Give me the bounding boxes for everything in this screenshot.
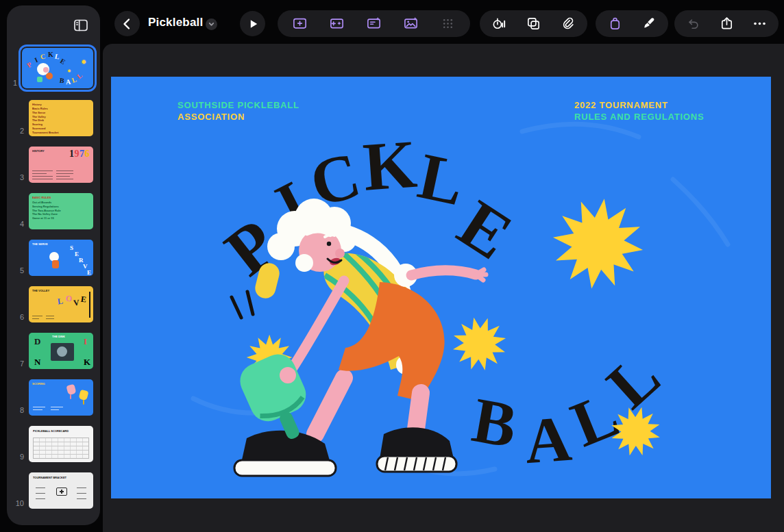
style-toolbar-group: [596, 10, 668, 37]
timer-chart-icon: [491, 16, 507, 31]
placeholder-text-bars: [32, 170, 76, 180]
slide-number: 1: [7, 79, 17, 87]
paperclip-icon: [560, 16, 576, 31]
sidebar-panel-icon: [73, 17, 89, 34]
slide-number: 8: [14, 406, 24, 414]
play-icon: [245, 16, 261, 32]
thumb-photo: [51, 343, 74, 361]
sidebar-toggle-button[interactable]: [70, 16, 92, 35]
shapes-button[interactable]: [519, 11, 548, 36]
slide-thumbnail-row-7: 7 THE DINK D I N K: [7, 333, 100, 369]
chevron-left-icon: [119, 16, 136, 32]
placeholder-text-bars: [32, 316, 56, 320]
add-scene-icon: [329, 16, 345, 31]
slide-thumbnail-3[interactable]: HISTORY 1976: [29, 147, 93, 183]
undo-icon: [685, 16, 701, 31]
rehearse-button[interactable]: [485, 11, 514, 36]
add-slide-icon: [292, 16, 308, 31]
bracket-center-box: [56, 487, 67, 496]
slide-thumbnail-9[interactable]: PICKLEBALL SCORECARD: [29, 426, 93, 462]
keynote-app: Pickleball: [0, 0, 784, 532]
add-scene-button[interactable]: [323, 11, 352, 36]
slide-editor[interactable]: SOUTHSIDE PICKLEBALL ASSOCIATION 2022 TO…: [111, 77, 771, 498]
mini-star: ✹: [81, 59, 86, 66]
grid-button[interactable]: [433, 11, 462, 36]
add-text-icon: [366, 16, 382, 31]
slide-number: 6: [14, 313, 24, 321]
back-button[interactable]: [114, 11, 140, 36]
slide-thumbnail-4[interactable]: BASIC RULES Out-of-Bounds Serving Regula…: [29, 193, 93, 229]
slide-thumbnail-row-10: 10 TOURNAMENT BRACKET: [7, 472, 100, 509]
slide-navigator: 1 P I C K L E B A L L ✹ ✹: [7, 5, 100, 525]
org-text-box[interactable]: SOUTHSIDE PICKLEBALL ASSOCIATION: [177, 99, 299, 123]
slide-number: 3: [14, 173, 24, 181]
starburst-paddle[interactable]: ✹: [244, 329, 295, 389]
slide-thumbnail-1[interactable]: P I C K L E B A L L ✹ ✹: [22, 48, 93, 88]
slide-thumbnail-list: 1 P I C K L E B A L L ✹ ✹: [7, 44, 100, 519]
slide-thumbnail-row-3: 3 HISTORY 1976: [7, 147, 100, 183]
paintbrush-icon: [641, 16, 657, 31]
slide-number: 9: [14, 453, 24, 461]
slide-thumbnail-row-4: 4 BASIC RULES Out-of-Bounds Serving Regu…: [7, 193, 100, 229]
more-button[interactable]: [746, 11, 774, 36]
slide-thumbnail-row-1: 1 P I C K L E B A L L ✹ ✹: [7, 48, 100, 88]
slide-thumbnail-6[interactable]: THE VOLLEY L O V E: [29, 286, 93, 322]
dot-grid-icon: [440, 16, 456, 31]
add-media-icon: [403, 16, 419, 31]
placeholder-text-bars: [33, 407, 45, 408]
format-button[interactable]: [635, 11, 663, 36]
tools-toolbar-group: [480, 10, 587, 37]
document-title: Pickleball: [148, 16, 203, 29]
thumb-year: 1976: [69, 149, 90, 160]
undo-button[interactable]: [679, 11, 708, 36]
org-line-1: SOUTHSIDE PICKLEBALL: [177, 99, 299, 111]
slide-number: 10: [14, 499, 24, 507]
document-title-menu-button[interactable]: [206, 18, 217, 30]
paddle-art: [66, 384, 76, 396]
bracket-lines: [36, 487, 45, 488]
add-text-button[interactable]: [359, 11, 388, 36]
scorecard-grid: [33, 438, 89, 459]
attachment-button[interactable]: [553, 11, 582, 36]
share-button[interactable]: [712, 11, 741, 36]
actions-toolbar-group: [674, 10, 779, 37]
tournament-text-box[interactable]: 2022 TOURNAMENT RULES AND REGULATIONS: [574, 99, 704, 123]
slide-thumbnail-row-6: 6 THE VOLLEY L O V E: [7, 286, 100, 322]
ellipsis-icon: [752, 16, 768, 31]
slide-thumbnail-5[interactable]: THE SERVE S E R V E: [29, 240, 93, 276]
slide-number: 7: [14, 359, 24, 368]
meta-line-1: 2022 TOURNAMENT: [574, 99, 704, 111]
style-jar-button[interactable]: [600, 11, 629, 36]
slide-thumbnail-10[interactable]: TOURNAMENT BRACKET: [29, 472, 93, 509]
add-slide-button[interactable]: [286, 11, 315, 36]
slide-thumbnail-row-2: 2 History Basic Rules The Serve The Voll…: [7, 100, 100, 136]
slide-number: 4: [14, 220, 24, 228]
slide-thumbnail-8[interactable]: SCORING: [29, 379, 93, 416]
slide-thumbnail-2[interactable]: History Basic Rules The Serve The Volley…: [29, 100, 93, 136]
jar-icon: [607, 16, 623, 31]
player-illustration: [111, 77, 771, 498]
slide-thumbnail-row-8: 8 SCORING: [7, 379, 100, 416]
org-line-2: ASSOCIATION: [177, 111, 299, 123]
starburst-mid[interactable]: ✹: [443, 304, 517, 386]
add-media-button[interactable]: [396, 11, 425, 36]
play-button[interactable]: [240, 11, 265, 36]
chevron-down-icon: [207, 20, 216, 29]
overlapping-squares-icon: [526, 16, 541, 31]
slide-thumbnail-7[interactable]: THE DINK D I N K: [29, 333, 93, 369]
slide-thumbnail-row-9: 9 PICKLEBALL SCORECARD: [7, 426, 100, 462]
meta-line-2: RULES AND REGULATIONS: [574, 111, 704, 123]
slide-number: 5: [14, 266, 24, 275]
share-icon: [719, 16, 735, 31]
starburst-large[interactable]: ✹: [539, 179, 656, 312]
slide-thumbnail-row-5: 5 THE SERVE S E R V E: [7, 240, 100, 276]
slide-number: 2: [14, 127, 24, 135]
insert-toolbar-group: [278, 10, 470, 37]
